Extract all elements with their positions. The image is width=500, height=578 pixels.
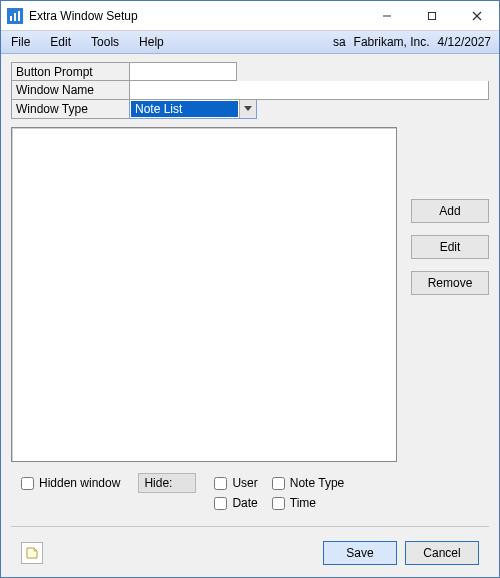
checkbox-user-label: User	[232, 476, 257, 490]
window-listbox[interactable]	[11, 127, 397, 462]
menubar: File Edit Tools Help sa Fabrikam, Inc. 4…	[1, 31, 499, 54]
remove-button[interactable]: Remove	[411, 271, 489, 295]
checkbox-time[interactable]: Time	[272, 494, 344, 512]
checkbox-date[interactable]: Date	[214, 494, 257, 512]
input-button-prompt[interactable]	[129, 62, 237, 81]
app-window: Extra Window Setup File Edit Tools Help …	[0, 0, 500, 578]
hide-options-grid: User Note Type Date Time	[214, 474, 344, 512]
titlebar: Extra Window Setup	[1, 1, 499, 31]
row-window-name: Window Name	[11, 81, 489, 100]
menu-file[interactable]: File	[1, 31, 40, 53]
main-area: Add Edit Remove	[11, 127, 489, 462]
checkbox-hidden-window-input[interactable]	[21, 477, 34, 490]
divider	[11, 526, 489, 527]
select-window-type[interactable]: Note List	[129, 100, 257, 119]
status-date: 4/12/2027	[438, 35, 491, 49]
svg-rect-0	[10, 16, 12, 21]
checkbox-hidden-window[interactable]: Hidden window	[21, 474, 120, 492]
label-window-type: Window Type	[11, 100, 129, 119]
menu-status: sa Fabrikam, Inc. 4/12/2027	[333, 31, 499, 53]
edit-button[interactable]: Edit	[411, 235, 489, 259]
checkbox-user[interactable]: User	[214, 474, 257, 492]
side-buttons: Add Edit Remove	[411, 127, 489, 462]
maximize-button[interactable]	[409, 1, 454, 30]
add-button[interactable]: Add	[411, 199, 489, 223]
checkbox-note-type[interactable]: Note Type	[272, 474, 344, 492]
content-area: Button Prompt Window Name Window Type No…	[1, 54, 499, 577]
label-window-name: Window Name	[11, 81, 129, 100]
cancel-button[interactable]: Cancel	[405, 541, 479, 565]
svg-rect-4	[428, 12, 435, 19]
status-user: sa	[333, 35, 346, 49]
status-company: Fabrikam, Inc.	[354, 35, 430, 49]
window-title: Extra Window Setup	[29, 9, 138, 23]
checkbox-date-input[interactable]	[214, 497, 227, 510]
save-button[interactable]: Save	[323, 541, 397, 565]
hide-group-label: Hide:	[138, 473, 196, 493]
row-window-type: Window Type Note List	[11, 100, 489, 119]
checkbox-hidden-window-label: Hidden window	[39, 476, 120, 490]
input-window-name[interactable]	[129, 81, 489, 100]
menu-tools[interactable]: Tools	[81, 31, 129, 53]
footer: Save Cancel	[11, 533, 489, 573]
svg-rect-1	[14, 13, 16, 21]
svg-rect-2	[18, 11, 20, 21]
svg-marker-9	[34, 548, 37, 551]
checkbox-note-type-input[interactable]	[272, 477, 285, 490]
menu-edit[interactable]: Edit	[40, 31, 81, 53]
checkbox-note-type-label: Note Type	[290, 476, 344, 490]
checkbox-user-input[interactable]	[214, 477, 227, 490]
svg-marker-7	[244, 106, 252, 111]
checkbox-date-label: Date	[232, 496, 257, 510]
close-button[interactable]	[454, 1, 499, 30]
options-row: Hidden window Hide: User Note Type Date	[11, 470, 489, 520]
row-button-prompt: Button Prompt	[11, 62, 489, 81]
form-fields: Button Prompt Window Name Window Type No…	[11, 62, 489, 119]
note-icon[interactable]	[21, 542, 43, 564]
checkbox-time-label: Time	[290, 496, 316, 510]
minimize-button[interactable]	[364, 1, 409, 30]
select-window-type-value: Note List	[131, 101, 238, 117]
window-controls	[364, 1, 499, 30]
app-icon	[7, 8, 23, 24]
checkbox-time-input[interactable]	[272, 497, 285, 510]
menu-help[interactable]: Help	[129, 31, 174, 53]
label-button-prompt: Button Prompt	[11, 62, 129, 81]
chevron-down-icon	[239, 100, 256, 118]
